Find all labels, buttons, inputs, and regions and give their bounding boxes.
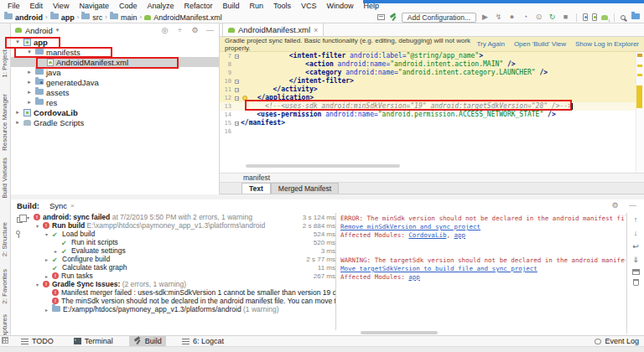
menu-analyze[interactable]: Analyze bbox=[142, 0, 179, 12]
gradle-sync-icon[interactable]: ↻ bbox=[548, 13, 557, 22]
hide-icon[interactable]: — bbox=[205, 26, 215, 35]
sdk-manager-icon[interactable] bbox=[601, 15, 608, 20]
attach-debugger-icon[interactable] bbox=[583, 13, 588, 21]
window-restore-icon[interactable] bbox=[377, 14, 385, 20]
fold-icon[interactable] bbox=[235, 80, 239, 84]
tree-item-cordovalib[interactable]: ▸CordovaLib bbox=[11, 107, 219, 117]
fold-icon[interactable] bbox=[235, 54, 239, 59]
menu-navigate[interactable]: Navigate bbox=[74, 0, 114, 12]
code-line-8[interactable]: 8 <action android:name="android.intent.a… bbox=[220, 60, 644, 69]
strip-button-2-structure[interactable]: 2: Structure bbox=[1, 222, 11, 256]
module-link-app[interactable]: app bbox=[454, 231, 465, 239]
down-icon[interactable]: ↓ bbox=[631, 229, 641, 238]
device-manager-icon[interactable] bbox=[592, 13, 597, 21]
module-link-cordovalib[interactable]: CordovaLib bbox=[408, 231, 446, 239]
console-quickfix-link[interactable]: Remove minSdkVersion and sync project bbox=[340, 223, 480, 230]
build-tree-row[interactable]: ▸Run tasks267 ms bbox=[25, 272, 335, 280]
search-everywhere-icon[interactable] bbox=[621, 15, 626, 20]
settings-icon[interactable]: ⚙ bbox=[610, 201, 620, 210]
tree-item-res[interactable]: ▸res bbox=[11, 97, 219, 107]
strip-button-2-favorites[interactable]: 2: Favorites bbox=[1, 269, 11, 304]
profile-icon[interactable]: ◔ bbox=[521, 13, 530, 22]
breadcrumb-item-src[interactable]: src bbox=[81, 13, 102, 22]
chevron-down-icon[interactable]: ▾ bbox=[44, 231, 49, 237]
code-line-7[interactable]: 7 <intent-filter android:label="@string/… bbox=[220, 52, 644, 60]
pin-icon[interactable] bbox=[16, 230, 20, 235]
console-quickfix-link[interactable]: Move targetSdkVersion to build file and … bbox=[340, 265, 538, 272]
chevron-right-icon[interactable]: ▸ bbox=[14, 109, 21, 116]
breadcrumb-item-app[interactable]: app bbox=[50, 13, 75, 22]
apply-changes-icon[interactable]: ↯ bbox=[494, 13, 503, 22]
banner-link-show-log-in-explorer[interactable]: Show Log in Explorer bbox=[575, 40, 639, 48]
menu-code[interactable]: Code bbox=[114, 0, 143, 12]
build-tree-row[interactable]: ▸E:/xampp/htdocs/paymoney_app_v1.3/platf… bbox=[25, 305, 335, 313]
strip-button-build-variants[interactable]: Build Variants bbox=[1, 158, 11, 199]
tree-item-assets[interactable]: ▸assets bbox=[11, 87, 219, 97]
scroll-end-icon[interactable]: ⇓ bbox=[631, 256, 641, 265]
tree-item-generatedjava[interactable]: ▸generatedJava bbox=[11, 77, 219, 87]
chevron-right-icon[interactable]: ▸ bbox=[44, 256, 49, 262]
copy-icon[interactable] bbox=[17, 217, 23, 223]
build-tree-row[interactable]: Run init scripts520 ms bbox=[25, 238, 335, 246]
menu-file[interactable]: File bbox=[3, 0, 25, 12]
close-icon[interactable]: × bbox=[70, 202, 75, 210]
debug-icon[interactable]: ● bbox=[507, 13, 517, 22]
console-horizontal-scrollbar[interactable] bbox=[361, 331, 438, 334]
toolwindow-button-todo[interactable]: TODO bbox=[17, 336, 58, 347]
stripe-mark[interactable] bbox=[636, 85, 642, 108]
chevron-right-icon[interactable]: ▸ bbox=[26, 79, 33, 85]
menu-tools[interactable]: Tools bbox=[268, 0, 296, 12]
module-link-app[interactable]: app bbox=[408, 273, 420, 281]
menu-refactor[interactable]: Refactor bbox=[179, 0, 217, 12]
build-tree-row[interactable]: Manifest merger failed : uses-sdk:minSdk… bbox=[25, 288, 335, 297]
chevron-right-icon[interactable]: ▸ bbox=[14, 119, 21, 126]
code-line-16[interactable]: 16 bbox=[220, 127, 644, 136]
add-configuration-button[interactable]: Add Configuration... bbox=[402, 13, 476, 23]
run-icon[interactable]: ▶ bbox=[480, 13, 490, 22]
code-editor[interactable]: 7 <intent-filter android:label="@string/… bbox=[220, 52, 644, 173]
editor-tab-androidmanifest[interactable]: AndroidManifest.xml × bbox=[222, 23, 324, 36]
menu-vcs[interactable]: VCS bbox=[296, 0, 322, 12]
up-icon[interactable]: ↑ bbox=[631, 215, 641, 225]
breadcrumb-item-androidmanifest-xml[interactable]: AndroidManifest.xml bbox=[144, 13, 222, 22]
breadcrumb-item-main[interactable]: main bbox=[110, 13, 138, 22]
menu-view[interactable]: View bbox=[48, 0, 74, 12]
code-line-10[interactable]: 10 </intent-filter> bbox=[220, 77, 644, 85]
banner-link-open-build-view[interactable]: Open 'Build' View bbox=[514, 40, 566, 48]
fold-icon[interactable] bbox=[235, 88, 239, 92]
build-tree-row[interactable]: ▾Load build524 ms bbox=[25, 230, 335, 238]
build-tree-row[interactable]: Calculate task graph11 ms bbox=[25, 263, 335, 272]
project-view-title[interactable]: Android bbox=[25, 26, 53, 35]
horizontal-scrollbar[interactable] bbox=[246, 164, 400, 168]
view-tab-text[interactable]: Text bbox=[242, 183, 271, 194]
stripe-mark[interactable] bbox=[637, 65, 642, 67]
menu-window[interactable]: Window bbox=[322, 0, 359, 12]
fold-icon[interactable] bbox=[235, 96, 239, 101]
build-tree-row[interactable]: ▾Gradle Sync Issues: (2 errors, 1 warnin… bbox=[25, 280, 335, 288]
chevron-right-icon[interactable]: ▸ bbox=[26, 89, 33, 96]
build-tree-row[interactable]: The minSdk version should not be declare… bbox=[25, 297, 335, 305]
xml-breadcrumb-item[interactable]: manifest bbox=[243, 173, 270, 182]
menu-run[interactable]: Run bbox=[245, 0, 269, 12]
chevron-right-icon[interactable]: ▸ bbox=[53, 248, 59, 254]
toolwindow-button-build[interactable]: Build bbox=[129, 336, 166, 347]
build-tree-row[interactable]: ▾android: sync failed at 7/2/2019 5:50 P… bbox=[25, 213, 335, 221]
hide-icon[interactable]: — bbox=[628, 201, 637, 210]
chevron-right-icon[interactable]: ▸ bbox=[26, 69, 33, 75]
chevron-down-icon[interactable]: ▾ bbox=[56, 27, 60, 34]
strip-button-1-project[interactable]: 1: Project bbox=[1, 49, 11, 78]
settings-icon[interactable]: ⚙ bbox=[190, 26, 200, 35]
attach-profiler-icon[interactable]: ⊙ bbox=[534, 13, 543, 22]
build-tree-row[interactable]: ▸Evaluate settings3 ms bbox=[25, 246, 335, 255]
print-icon[interactable] bbox=[632, 269, 640, 275]
make-project-icon[interactable] bbox=[389, 13, 397, 22]
toolwindow-button-6-logcat[interactable]: 6: Logcat bbox=[178, 336, 228, 347]
project-structure-icon[interactable] bbox=[631, 13, 640, 19]
locate-icon[interactable]: ◎ bbox=[160, 26, 169, 35]
menu-edit[interactable]: Edit bbox=[25, 0, 49, 12]
chevron-down-icon[interactable]: ▾ bbox=[34, 282, 40, 287]
stripe-mark[interactable] bbox=[637, 74, 642, 76]
chevron-right-icon[interactable]: ▸ bbox=[44, 273, 49, 279]
tree-item-gradle-scripts[interactable]: ▸Gradle Scripts bbox=[11, 117, 219, 127]
fold-icon[interactable] bbox=[235, 122, 239, 126]
